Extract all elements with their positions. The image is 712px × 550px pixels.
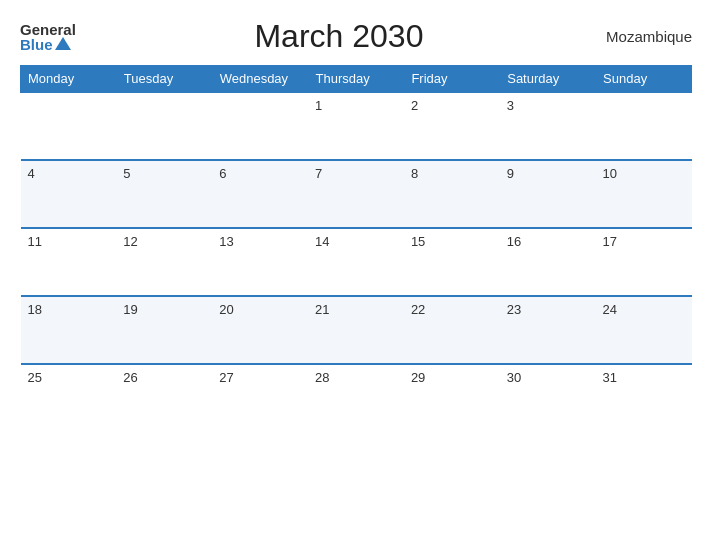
day-cell: 31 bbox=[596, 364, 692, 432]
col-sunday: Sunday bbox=[596, 66, 692, 93]
day-cell: 9 bbox=[500, 160, 596, 228]
day-cell: 3 bbox=[500, 92, 596, 160]
day-cell: 18 bbox=[21, 296, 117, 364]
logo-general-text: General bbox=[20, 22, 76, 37]
day-cell: 25 bbox=[21, 364, 117, 432]
day-cell: 2 bbox=[404, 92, 500, 160]
day-cell: 17 bbox=[596, 228, 692, 296]
day-cell: 5 bbox=[116, 160, 212, 228]
weekday-row: Monday Tuesday Wednesday Thursday Friday… bbox=[21, 66, 692, 93]
day-cell bbox=[116, 92, 212, 160]
table-row: 11 12 13 14 15 16 17 bbox=[21, 228, 692, 296]
col-wednesday: Wednesday bbox=[212, 66, 308, 93]
day-cell: 29 bbox=[404, 364, 500, 432]
day-cell: 6 bbox=[212, 160, 308, 228]
day-cell: 8 bbox=[404, 160, 500, 228]
day-cell: 28 bbox=[308, 364, 404, 432]
day-cell bbox=[212, 92, 308, 160]
day-cell: 23 bbox=[500, 296, 596, 364]
day-cell: 27 bbox=[212, 364, 308, 432]
country-label: Mozambique bbox=[602, 28, 692, 45]
day-cell: 20 bbox=[212, 296, 308, 364]
page-header: General Blue March 2030 Mozambique bbox=[20, 18, 692, 55]
day-cell: 21 bbox=[308, 296, 404, 364]
col-monday: Monday bbox=[21, 66, 117, 93]
day-cell bbox=[596, 92, 692, 160]
col-tuesday: Tuesday bbox=[116, 66, 212, 93]
page-title: March 2030 bbox=[76, 18, 602, 55]
table-row: 18 19 20 21 22 23 24 bbox=[21, 296, 692, 364]
calendar-page: General Blue March 2030 Mozambique Monda… bbox=[0, 0, 712, 550]
day-cell: 7 bbox=[308, 160, 404, 228]
day-cell: 15 bbox=[404, 228, 500, 296]
calendar-header: Monday Tuesday Wednesday Thursday Friday… bbox=[21, 66, 692, 93]
col-saturday: Saturday bbox=[500, 66, 596, 93]
day-cell: 12 bbox=[116, 228, 212, 296]
logo-triangle-icon bbox=[55, 37, 71, 50]
day-cell: 1 bbox=[308, 92, 404, 160]
day-cell: 14 bbox=[308, 228, 404, 296]
col-friday: Friday bbox=[404, 66, 500, 93]
day-cell: 19 bbox=[116, 296, 212, 364]
day-cell bbox=[21, 92, 117, 160]
calendar-table: Monday Tuesday Wednesday Thursday Friday… bbox=[20, 65, 692, 432]
day-cell: 26 bbox=[116, 364, 212, 432]
day-cell: 4 bbox=[21, 160, 117, 228]
logo-blue-text: Blue bbox=[20, 37, 71, 52]
day-cell: 30 bbox=[500, 364, 596, 432]
table-row: 1 2 3 bbox=[21, 92, 692, 160]
calendar-body: 1 2 3 4 5 6 7 8 9 10 11 12 13 14 15 16 bbox=[21, 92, 692, 432]
col-thursday: Thursday bbox=[308, 66, 404, 93]
day-cell: 22 bbox=[404, 296, 500, 364]
day-cell: 11 bbox=[21, 228, 117, 296]
day-cell: 16 bbox=[500, 228, 596, 296]
table-row: 25 26 27 28 29 30 31 bbox=[21, 364, 692, 432]
day-cell: 24 bbox=[596, 296, 692, 364]
day-cell: 10 bbox=[596, 160, 692, 228]
day-cell: 13 bbox=[212, 228, 308, 296]
table-row: 4 5 6 7 8 9 10 bbox=[21, 160, 692, 228]
logo: General Blue bbox=[20, 22, 76, 52]
